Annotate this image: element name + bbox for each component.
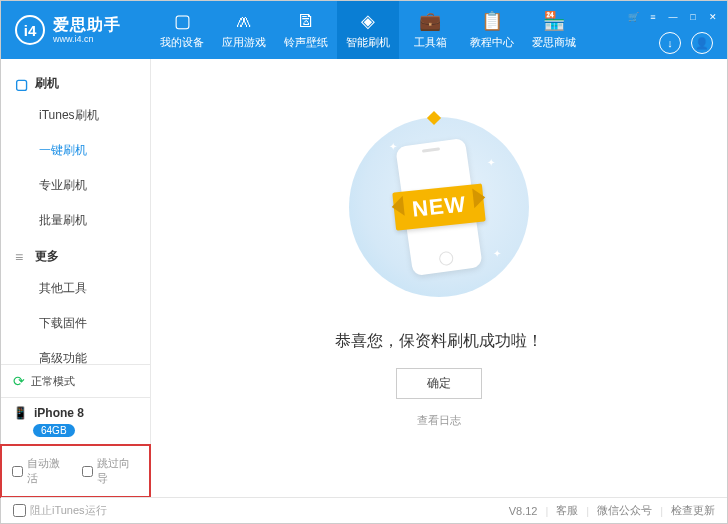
skip-guide-label: 跳过向导	[97, 456, 140, 486]
sidebar-options-highlighted: 自动激活 跳过向导	[0, 444, 151, 498]
device-phone-icon: 📱	[13, 406, 28, 420]
block-itunes-input[interactable]	[13, 504, 26, 517]
nav-smart-flash[interactable]: ◈ 智能刷机	[337, 1, 399, 59]
wechat-link[interactable]: 微信公众号	[597, 503, 652, 518]
nav-label: 应用游戏	[222, 35, 266, 50]
app-title: 爱思助手	[53, 17, 121, 33]
ribbon-text: NEW	[411, 191, 468, 222]
main-pane: ✦ ✦ ✦ NEW 恭喜您，保资料刷机成功啦！ 确定 查看日志	[151, 59, 727, 497]
logo-text: 爱思助手 www.i4.cn	[53, 17, 121, 44]
sidebar-item-download-fw[interactable]: 下载固件	[1, 306, 150, 341]
apps-icon: ⩕	[235, 10, 253, 32]
sidebar: ▢ 刷机 iTunes刷机 一键刷机 专业刷机 批量刷机 ≡ 更多 其他工具 下…	[1, 59, 151, 497]
version-label: V8.12	[509, 505, 538, 517]
nav-label: 工具箱	[414, 35, 447, 50]
app-window: i4 爱思助手 www.i4.cn ▢ 我的设备 ⩕ 应用游戏 🖺 铃声壁纸 ◈…	[0, 0, 728, 524]
device-name: iPhone 8	[34, 406, 84, 420]
app-url: www.i4.cn	[53, 35, 121, 44]
illustration: ✦ ✦ ✦ NEW	[329, 107, 549, 307]
sidebar-section-flash: ▢ 刷机	[1, 65, 150, 98]
nav-ringtones[interactable]: 🖺 铃声壁纸	[275, 1, 337, 59]
header: i4 爱思助手 www.i4.cn ▢ 我的设备 ⩕ 应用游戏 🖺 铃声壁纸 ◈…	[1, 1, 727, 59]
toolbox-icon: 💼	[419, 10, 441, 32]
window-controls: 🛒 ≡ — □ ✕	[625, 6, 727, 24]
close-icon[interactable]: ✕	[705, 10, 721, 24]
skip-guide-input[interactable]	[82, 466, 93, 477]
tutorials-icon: 📋	[481, 10, 503, 32]
storage-badge: 64GB	[33, 424, 75, 437]
block-itunes-checkbox[interactable]: 阻止iTunes运行	[13, 503, 107, 518]
phone-icon: ▢	[15, 76, 29, 92]
sidebar-section-title: 刷机	[35, 75, 59, 92]
sidebar-item-pro-flash[interactable]: 专业刷机	[1, 168, 150, 203]
sidebar-device[interactable]: 📱 iPhone 8 64GB	[1, 397, 150, 445]
device-icon: ▢	[174, 10, 191, 32]
sidebar-item-advanced[interactable]: 高级功能	[1, 341, 150, 364]
store-icon: 🏪	[543, 10, 565, 32]
ok-button[interactable]: 确定	[396, 368, 482, 399]
nav-toolbox[interactable]: 💼 工具箱	[399, 1, 461, 59]
logo-icon: i4	[15, 15, 45, 45]
nav-bar: ▢ 我的设备 ⩕ 应用游戏 🖺 铃声壁纸 ◈ 智能刷机 💼 工具箱 📋 教程中	[151, 1, 585, 59]
footer: 阻止iTunes运行 V8.12 | 客服 | 微信公众号 | 检查更新	[1, 497, 727, 523]
header-icons: ↓ 👤	[659, 32, 727, 54]
download-icon[interactable]: ↓	[659, 32, 681, 54]
sidebar-item-batch-flash[interactable]: 批量刷机	[1, 203, 150, 238]
more-icon: ≡	[15, 249, 29, 265]
sidebar-item-other-tools[interactable]: 其他工具	[1, 271, 150, 306]
skip-guide-checkbox[interactable]: 跳过向导	[82, 456, 140, 486]
nav-label: 我的设备	[160, 35, 204, 50]
maximize-icon[interactable]: □	[685, 10, 701, 24]
success-message: 恭喜您，保资料刷机成功啦！	[335, 331, 543, 352]
auto-activate-checkbox[interactable]: 自动激活	[12, 456, 70, 486]
sidebar-scroll: ▢ 刷机 iTunes刷机 一键刷机 专业刷机 批量刷机 ≡ 更多 其他工具 下…	[1, 59, 150, 364]
support-link[interactable]: 客服	[556, 503, 578, 518]
status-label: 正常模式	[31, 374, 75, 389]
user-icon[interactable]: 👤	[691, 32, 713, 54]
nav-tutorials[interactable]: 📋 教程中心	[461, 1, 523, 59]
nav-apps-games[interactable]: ⩕ 应用游戏	[213, 1, 275, 59]
auto-activate-input[interactable]	[12, 466, 23, 477]
body: ▢ 刷机 iTunes刷机 一键刷机 专业刷机 批量刷机 ≡ 更多 其他工具 下…	[1, 59, 727, 497]
menu-icon[interactable]: ≡	[645, 10, 661, 24]
header-right: 🛒 ≡ — □ ✕ ↓ 👤	[585, 6, 727, 54]
update-link[interactable]: 检查更新	[671, 503, 715, 518]
cart-icon[interactable]: 🛒	[625, 10, 641, 24]
nav-label: 教程中心	[470, 35, 514, 50]
status-dot-icon: ⟳	[13, 373, 25, 389]
sidebar-item-one-click-flash[interactable]: 一键刷机	[1, 133, 150, 168]
view-log-link[interactable]: 查看日志	[417, 413, 461, 428]
nav-label: 智能刷机	[346, 35, 390, 50]
nav-label: 铃声壁纸	[284, 35, 328, 50]
flash-icon: ◈	[361, 10, 375, 32]
nav-store[interactable]: 🏪 爱思商城	[523, 1, 585, 59]
sidebar-section-more: ≡ 更多	[1, 238, 150, 271]
nav-label: 爱思商城	[532, 35, 576, 50]
block-itunes-label: 阻止iTunes运行	[30, 503, 107, 518]
sidebar-item-itunes-flash[interactable]: iTunes刷机	[1, 98, 150, 133]
ringtones-icon: 🖺	[297, 10, 315, 32]
minimize-icon[interactable]: —	[665, 10, 681, 24]
nav-my-device[interactable]: ▢ 我的设备	[151, 1, 213, 59]
sidebar-section-title: 更多	[35, 248, 59, 265]
sidebar-status[interactable]: ⟳ 正常模式	[1, 364, 150, 397]
logo-area: i4 爱思助手 www.i4.cn	[1, 15, 151, 45]
auto-activate-label: 自动激活	[27, 456, 70, 486]
